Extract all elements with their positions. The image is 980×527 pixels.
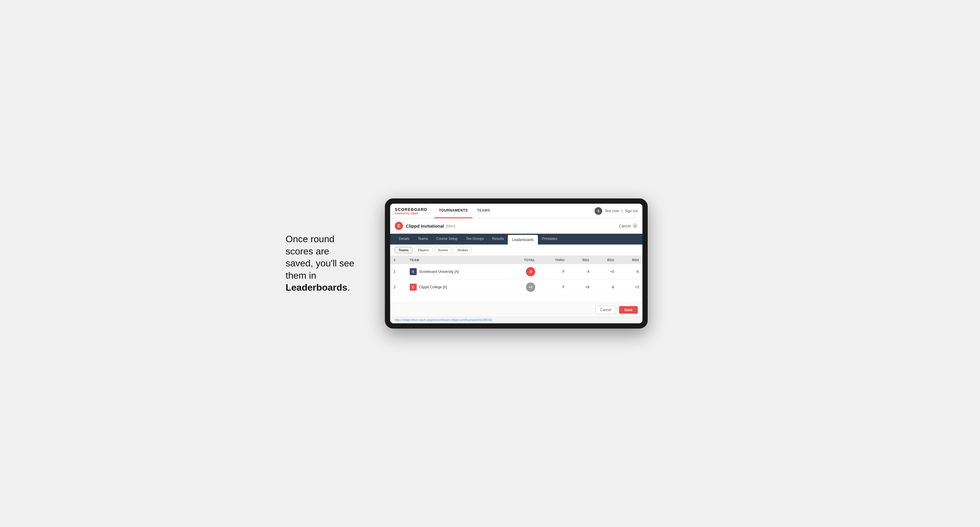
- rd3-1: -6: [617, 264, 643, 279]
- thru-1: F: [539, 264, 568, 279]
- rd1-2: +8: [568, 279, 593, 295]
- intro-line3: saved, you'll see: [286, 258, 355, 268]
- score-badge-1: -5: [526, 267, 535, 276]
- nav-separator: |: [622, 209, 622, 213]
- team-1: S Scoreboard University [A]: [406, 264, 506, 279]
- tournament-header: C Clippd Invitational (Men) Cancel ×: [390, 218, 643, 234]
- tab-details[interactable]: Details: [395, 234, 414, 244]
- url-bar: https://stage-blue-coach.stagesscoreboar…: [390, 317, 643, 323]
- rd2-2: -8: [593, 279, 617, 295]
- cancel-x-icon: ×: [633, 223, 638, 229]
- tournament-subtitle: (Men): [445, 224, 455, 228]
- intro-line4: them in: [286, 270, 316, 281]
- team-name-cell-2: C Clippd College [A]: [410, 284, 503, 290]
- filter-teams[interactable]: Teams: [395, 247, 412, 253]
- filter-scores[interactable]: Scores: [434, 247, 452, 253]
- team-name-cell-1: S Scoreboard University [A]: [410, 268, 503, 275]
- leaderboard-table: # TEAM TOTAL THRU RD1 RD2 RD3 1: [390, 256, 643, 295]
- leaderboard-table-area: # TEAM TOTAL THRU RD1 RD2 RD3 1: [390, 256, 643, 303]
- cancel-button-top[interactable]: Cancel ×: [619, 223, 638, 229]
- tab-printables[interactable]: Printables: [538, 234, 562, 244]
- col-rank: #: [390, 256, 406, 264]
- logo-area: SCOREBOARD Powered by clippd: [395, 207, 427, 215]
- col-thru: THRU: [539, 256, 568, 264]
- nav-teams[interactable]: TEAMS: [473, 204, 495, 218]
- intro-text: Once round scores are saved, you'll see …: [286, 233, 368, 294]
- intro-line5-bold: Leaderboards: [286, 282, 347, 293]
- logo-sub: Powered by clippd: [395, 212, 427, 215]
- total-1: -5: [506, 264, 539, 279]
- intro-period: .: [347, 282, 350, 293]
- rd2-1: +5: [593, 264, 617, 279]
- rank-2: 2: [390, 279, 406, 295]
- col-rd1: RD1: [568, 256, 593, 264]
- team-logo-2: C: [410, 284, 417, 290]
- col-rd2: RD2: [593, 256, 617, 264]
- sign-out-link[interactable]: Sign out: [625, 209, 638, 213]
- col-rd3: RD3: [617, 256, 643, 264]
- thru-2: F: [539, 279, 568, 295]
- filter-bar: Teams Players Scores Strokes: [390, 244, 643, 256]
- team-logo-1: S: [410, 268, 417, 275]
- tournament-title: Clippd Invitational: [406, 224, 444, 229]
- col-team: TEAM: [406, 256, 506, 264]
- rd3-2: +3: [617, 279, 643, 295]
- top-nav: SCOREBOARD Powered by clippd TOURNAMENTS…: [390, 204, 643, 218]
- score-badge-2: +3: [526, 283, 535, 292]
- tab-tee-groups[interactable]: Tee Groups: [462, 234, 488, 244]
- tab-leaderboards[interactable]: Leaderboards: [508, 235, 538, 244]
- page-wrapper: Once round scores are saved, you'll see …: [286, 198, 694, 329]
- total-2: +3: [506, 279, 539, 295]
- sub-tabs: Details Teams Course Setup Tee Groups Re…: [390, 234, 643, 244]
- user-name: Test User: [605, 209, 619, 213]
- table-row: 1 S Scoreboard University [A] -5 F: [390, 264, 643, 279]
- nav-tournaments[interactable]: TOURNAMENTS: [434, 204, 473, 218]
- cancel-label: Cancel: [619, 224, 631, 228]
- save-button[interactable]: Save: [619, 306, 638, 314]
- nav-links: TOURNAMENTS TEAMS: [434, 204, 595, 218]
- team-name-2: Clippd College [A]: [419, 285, 447, 289]
- table-row: 2 C Clippd College [A] +3 F: [390, 279, 643, 295]
- filter-strokes[interactable]: Strokes: [453, 247, 472, 253]
- nav-right: S Test User | Sign out: [595, 207, 638, 215]
- cancel-button-footer[interactable]: Cancel: [595, 306, 616, 314]
- tablet-device: SCOREBOARD Powered by clippd TOURNAMENTS…: [385, 198, 648, 329]
- filter-players[interactable]: Players: [414, 247, 433, 253]
- col-total: TOTAL: [506, 256, 539, 264]
- intro-line1: Once round: [286, 234, 334, 244]
- footer-bar: Cancel Save: [390, 303, 643, 317]
- rd1-1: -4: [568, 264, 593, 279]
- intro-line2: scores are: [286, 246, 329, 257]
- table-header-row: # TEAM TOTAL THRU RD1 RD2 RD3: [390, 256, 643, 264]
- tournament-icon: C: [395, 222, 403, 230]
- team-name-1: Scoreboard University [A]: [419, 270, 459, 274]
- tab-results[interactable]: Results: [488, 234, 508, 244]
- logo-text: SCOREBOARD: [395, 207, 427, 212]
- user-avatar: S: [595, 207, 602, 215]
- rank-1: 1: [390, 264, 406, 279]
- team-2: C Clippd College [A]: [406, 279, 506, 295]
- tab-teams[interactable]: Teams: [414, 234, 432, 244]
- tablet-screen: SCOREBOARD Powered by clippd TOURNAMENTS…: [390, 204, 643, 323]
- tab-course-setup[interactable]: Course Setup: [432, 234, 462, 244]
